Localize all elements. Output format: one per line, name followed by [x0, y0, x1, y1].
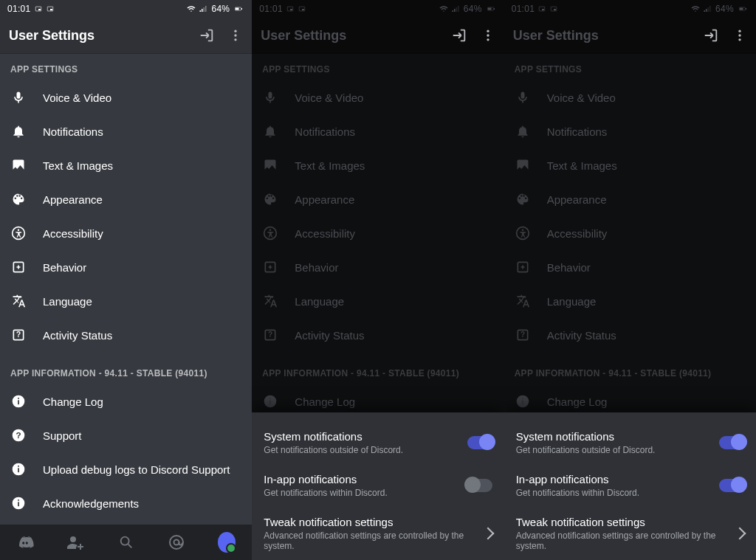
section-app-settings: APP SETTINGS — [504, 54, 756, 80]
row-label: Language — [547, 295, 597, 308]
upload-debug-row[interactable]: Upload debug logs to Discord Support — [0, 452, 252, 486]
notifications-row[interactable]: Notifications — [504, 114, 756, 148]
info-icon — [10, 393, 27, 409]
activity-status-row[interactable]: Activity Status — [504, 318, 756, 352]
in-app-notifications-toggle[interactable] — [719, 479, 744, 492]
signal-icon — [702, 4, 712, 13]
status-bar: 01:01 64% — [504, 0, 756, 18]
section-app-info: APP INFORMATION - 94.11 - STABLE (94011) — [0, 352, 252, 384]
nav-profile-avatar[interactable] — [218, 533, 236, 551]
status-battery: 64% — [464, 4, 482, 14]
logout-icon[interactable] — [703, 27, 719, 44]
in-app-notifications-toggle[interactable] — [467, 479, 492, 492]
row-label: Behavior — [43, 261, 86, 274]
appearance-row[interactable]: Appearance — [252, 182, 504, 216]
section-app-settings: APP SETTINGS — [252, 54, 504, 80]
bell-icon — [262, 123, 278, 139]
overflow-menu-icon[interactable] — [228, 28, 243, 43]
mic-icon — [262, 89, 278, 106]
system-notifications-toggle[interactable] — [719, 436, 744, 449]
system-notifications-title: System notifications — [516, 430, 656, 443]
status-time: 01:01 — [259, 4, 283, 14]
overflow-menu-icon[interactable] — [732, 28, 747, 43]
lang-icon — [515, 293, 531, 309]
behavior-icon — [10, 259, 27, 275]
language-row[interactable]: Language — [252, 284, 504, 318]
nav-mentions-icon[interactable] — [168, 533, 185, 551]
voice-video-row[interactable]: Voice & Video — [504, 80, 756, 114]
overflow-menu-icon[interactable] — [481, 28, 495, 43]
row-label: Notifications — [295, 125, 355, 138]
appearance-row[interactable]: Appearance — [504, 182, 756, 216]
accessibility-row[interactable]: Accessibility — [504, 216, 756, 250]
notifications-row[interactable]: Notifications — [0, 114, 252, 148]
system-notifications-row[interactable]: System notifications Get notifications o… — [516, 423, 744, 466]
in-app-notifications-row[interactable]: In-app notifications Get notifications w… — [264, 466, 492, 508]
language-row[interactable]: Language — [0, 284, 252, 318]
activity-icon — [10, 327, 27, 343]
mic-icon — [515, 89, 531, 106]
header: User Settings — [0, 18, 252, 54]
access-icon — [10, 225, 27, 241]
row-label: Upload debug logs to Discord Support — [43, 463, 230, 476]
behavior-row[interactable]: Behavior — [252, 250, 504, 284]
nav-friends-icon[interactable] — [66, 533, 84, 551]
row-label: Voice & Video — [295, 91, 363, 104]
settings-list[interactable]: APP SETTINGS Voice & Video Notifications… — [0, 54, 252, 525]
accessibility-row[interactable]: Accessibility — [0, 216, 252, 250]
voice-video-row[interactable]: Voice & Video — [0, 80, 252, 114]
tweak-notifications-row[interactable]: Tweak notification settings Advanced not… — [264, 508, 492, 557]
change-log-row[interactable]: Change Log — [0, 384, 252, 418]
nav-discord-icon[interactable] — [16, 533, 34, 551]
tweak-notifications-sub: Advanced notification settings are contr… — [516, 530, 735, 551]
status-battery: 64% — [715, 4, 734, 14]
in-app-notifications-row[interactable]: In-app notifications Get notifications w… — [516, 466, 744, 508]
pip-icon — [537, 5, 546, 13]
system-notifications-row[interactable]: System notifications Get notifications o… — [264, 423, 492, 466]
row-label: Behavior — [295, 261, 338, 274]
wifi-icon — [186, 4, 196, 13]
in-app-notifications-sub: Get notifications within Discord. — [264, 488, 387, 498]
row-label: Voice & Video — [547, 91, 616, 104]
logout-icon[interactable] — [451, 27, 467, 44]
behavior-icon — [515, 259, 531, 275]
row-label: Activity Status — [43, 329, 112, 342]
accessibility-row[interactable]: Accessibility — [252, 216, 504, 250]
palette-icon — [515, 191, 531, 207]
row-label: Text & Images — [295, 159, 365, 172]
battery-icon — [485, 4, 497, 13]
support-row[interactable]: Support — [0, 418, 252, 452]
section-app-info: APP INFORMATION - 94.11 - STABLE (94011) — [252, 352, 504, 384]
tweak-notifications-title: Tweak notification settings — [264, 516, 483, 528]
row-label: Appearance — [43, 193, 103, 206]
row-label: Notifications — [43, 125, 103, 138]
activity-status-row[interactable]: Activity Status — [252, 318, 504, 352]
lang-icon — [262, 293, 278, 309]
language-row[interactable]: Language — [504, 284, 756, 318]
row-label: Appearance — [547, 193, 607, 206]
system-notifications-toggle[interactable] — [467, 436, 492, 449]
info-icon — [10, 495, 27, 511]
tweak-notifications-row[interactable]: Tweak notification settings Advanced not… — [516, 508, 744, 557]
text-images-row[interactable]: Text & Images — [504, 148, 756, 182]
info-icon — [515, 393, 531, 409]
wifi-icon — [690, 4, 701, 13]
nav-search-icon[interactable] — [117, 533, 135, 551]
text-images-row[interactable]: Text & Images — [0, 148, 252, 182]
lang-icon — [10, 293, 27, 309]
activity-status-row[interactable]: Activity Status — [0, 318, 252, 352]
behavior-row[interactable]: Behavior — [504, 250, 756, 284]
access-icon — [515, 225, 531, 241]
behavior-row[interactable]: Behavior — [0, 250, 252, 284]
system-notifications-sub: Get notifications outside of Discord. — [516, 445, 656, 455]
system-notifications-sub: Get notifications outside of Discord. — [264, 445, 403, 455]
in-app-notifications-title: In-app notifications — [516, 473, 639, 485]
appearance-row[interactable]: Appearance — [0, 182, 252, 216]
text-images-row[interactable]: Text & Images — [252, 148, 504, 182]
voice-video-row[interactable]: Voice & Video — [252, 80, 504, 114]
row-label: Text & Images — [43, 159, 113, 172]
acknowledgements-row[interactable]: Acknowledgements — [0, 486, 252, 520]
battery-icon — [233, 4, 244, 13]
logout-icon[interactable] — [199, 27, 215, 44]
notifications-row[interactable]: Notifications — [252, 114, 504, 148]
